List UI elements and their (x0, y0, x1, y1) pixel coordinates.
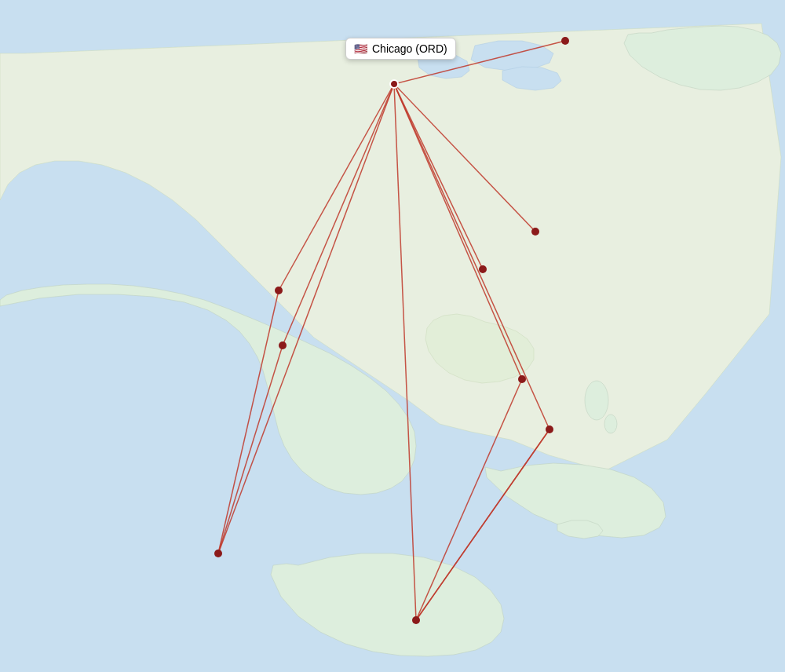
svg-line-17 (416, 429, 550, 620)
svg-line-5 (394, 84, 535, 232)
origin-label-text: Chicago (ORD) (372, 42, 447, 55)
svg-line-12 (394, 84, 416, 620)
route-lines (0, 0, 785, 672)
svg-line-8 (283, 84, 394, 345)
svg-line-6 (394, 84, 483, 269)
svg-line-14 (218, 345, 283, 553)
map-container: 🇺🇸 Chicago (ORD) South Dakota Wisconsin … (0, 0, 785, 672)
destination-dot-dallas (275, 287, 283, 294)
destination-dot-miami (546, 425, 553, 433)
destination-dot-boston (561, 37, 569, 45)
destination-dot-atlanta (479, 265, 487, 273)
origin-dot (389, 79, 399, 89)
destination-dot-houston (279, 341, 287, 349)
svg-line-13 (218, 290, 279, 553)
flag-icon: 🇺🇸 (354, 42, 367, 55)
destination-dot-costarica (412, 616, 420, 624)
origin-label: 🇺🇸 Chicago (ORD) (345, 38, 456, 60)
destination-dot-cancun (214, 550, 222, 557)
svg-line-7 (279, 84, 394, 290)
svg-line-10 (394, 84, 550, 429)
svg-line-11 (218, 84, 394, 553)
destination-dot-charlotte (531, 228, 539, 236)
svg-line-16 (416, 379, 522, 620)
svg-line-9 (394, 84, 522, 379)
destination-dot-orlando (518, 375, 526, 383)
